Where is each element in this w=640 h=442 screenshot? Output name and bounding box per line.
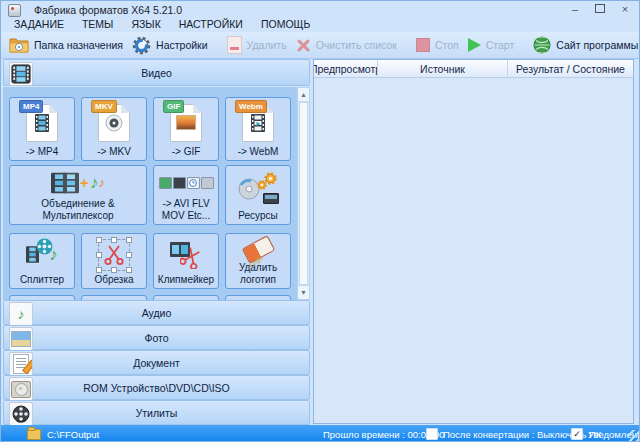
- gif-badge: GIF: [163, 100, 184, 113]
- category-photo-label: Фото: [4, 332, 309, 344]
- gif-photo-thumb: [176, 115, 196, 130]
- mkv-badge: MKV: [91, 100, 117, 113]
- maximize-button[interactable]: [594, 2, 606, 15]
- column-preview[interactable]: Предпросмотр: [314, 60, 378, 78]
- mp4-badge: MP4: [19, 100, 43, 113]
- gear-icon: [132, 36, 151, 55]
- close-button[interactable]: ×: [619, 2, 631, 15]
- toolbar: Папка назначения Настройки Удалить Очист…: [1, 32, 639, 59]
- category-rom-device[interactable]: ROM Устройство\DVD\CD\ISO: [3, 375, 310, 400]
- task-list-header: Предпросмотр Источник Результат / Состоя…: [314, 60, 633, 78]
- resources-button[interactable]: Ресурсы: [225, 165, 291, 225]
- app-window: Фабрика форматов X64 5.21.0 – × ЗАДАНИЕ …: [0, 0, 640, 442]
- convert-webm-button[interactable]: Webm -> WebM: [225, 97, 291, 161]
- music-note-icon: ♪: [49, 245, 58, 265]
- category-utilities-label: Утилиты: [4, 407, 309, 419]
- gif-file-icon: GIF: [170, 104, 202, 142]
- resize-grip[interactable]: [628, 430, 639, 441]
- column-result-state[interactable]: Результат / Состояние: [508, 60, 633, 78]
- app-icon: [8, 4, 21, 17]
- category-audio[interactable]: ♪ Аудио: [3, 300, 310, 325]
- category-audio-label: Аудио: [4, 307, 309, 319]
- eraser-icon: Logo: [241, 235, 275, 264]
- clear-list-button[interactable]: Очистить список: [296, 38, 397, 53]
- webm-file-icon: Webm: [242, 104, 274, 142]
- resources-icon: [227, 168, 289, 210]
- music-note-icon: ♪: [90, 173, 99, 193]
- stop-button[interactable]: Стоп: [416, 38, 459, 52]
- task-list-panel: Предпросмотр Источник Результат / Состоя…: [313, 59, 634, 424]
- clipmaker-label: Клипмейкер: [158, 274, 214, 286]
- convert-mp4-button[interactable]: MP4 -> MP4: [9, 97, 75, 161]
- scissors-icon: [103, 244, 125, 266]
- shutdown-checkbox[interactable]: [426, 428, 438, 440]
- convert-avi-flv-label: -> AVI FLV MOV Etc...: [155, 198, 217, 221]
- convert-mp4-label: -> MP4: [26, 146, 59, 158]
- scroll-up-arrow[interactable]: ▲: [298, 88, 309, 102]
- globe-icon: [533, 36, 551, 54]
- splitter-label: Сплиттер: [20, 274, 64, 286]
- task-list-body[interactable]: [314, 78, 633, 423]
- settings-label: Настройки: [156, 39, 208, 51]
- settings-button[interactable]: Настройки: [132, 36, 208, 55]
- splitter-button[interactable]: ♪ Сплиттер: [9, 233, 75, 289]
- music-note-icon: ♪: [98, 176, 105, 191]
- menu-themes[interactable]: ТЕМЫ: [73, 17, 122, 31]
- stop-icon: [416, 38, 430, 52]
- column-source[interactable]: Источник: [378, 60, 508, 78]
- stop-label: Стоп: [435, 39, 459, 51]
- notifications-checkbox[interactable]: ✓: [571, 428, 583, 440]
- clipmaker-button[interactable]: Клипмейкер: [153, 233, 219, 289]
- category-video[interactable]: Видео: [3, 59, 310, 86]
- minimize-button[interactable]: –: [569, 2, 581, 15]
- category-document-label: Документ: [4, 357, 309, 369]
- grid-scrollbar[interactable]: ▲ ▼: [297, 87, 310, 300]
- multi-format-icons: [159, 177, 214, 189]
- destination-folder-button[interactable]: Папка назначения: [9, 37, 123, 53]
- splitter-icon: ♪: [11, 236, 73, 274]
- convert-mkv-label: -> MKV: [97, 146, 131, 158]
- menu-help[interactable]: ПОМОЩЬ: [252, 17, 319, 31]
- start-icon: [468, 38, 481, 52]
- video-tools-grid: MP4 -> MP4 MKV -> MKV GIF -> GIF Webm: [3, 87, 297, 300]
- mp4-file-icon: MP4: [26, 104, 58, 142]
- clear-list-label: Очистить список: [316, 39, 397, 51]
- delete-button[interactable]: Удалить: [227, 36, 287, 54]
- menu-language[interactable]: ЯЗЫК: [122, 17, 169, 31]
- start-label: Старт: [486, 39, 515, 51]
- category-video-label: Видео: [4, 67, 309, 79]
- webm-badge: Webm: [235, 100, 267, 113]
- mux-join-button[interactable]: + ♪ ♪ Объединение & Мультиплексор: [9, 165, 147, 225]
- menu-bar: ЗАДАНИЕ ТЕМЫ ЯЗЫК НАСТРОЙКИ ПОМОЩЬ: [5, 17, 319, 31]
- folder-icon: [9, 37, 29, 53]
- remove-logo-button[interactable]: Logo Удалить логотип: [225, 233, 291, 289]
- mux-join-label: Объединение & Мультиплексор: [11, 198, 145, 221]
- crop-label: Обрезка: [94, 274, 133, 286]
- category-document[interactable]: Документ: [3, 350, 310, 375]
- menu-task[interactable]: ЗАДАНИЕ: [5, 17, 73, 31]
- convert-gif-button[interactable]: GIF -> GIF: [153, 97, 219, 161]
- remove-logo-label: Удалить логотип: [227, 262, 289, 285]
- category-rom-label: ROM Устройство\DVD\CD\ISO: [4, 382, 309, 394]
- convert-avi-flv-button[interactable]: -> AVI FLV MOV Etc...: [153, 165, 219, 225]
- delete-label: Удалить: [247, 39, 287, 51]
- convert-mkv-button[interactable]: MKV -> MKV: [81, 97, 147, 161]
- plus-icon: +: [80, 174, 89, 191]
- scroll-down-arrow[interactable]: ▼: [298, 285, 309, 299]
- website-button[interactable]: Сайт программы: [533, 36, 638, 54]
- scrollbar-thumb[interactable]: [299, 102, 308, 285]
- title-bar: Фабрика форматов X64 5.21.0 – ×: [1, 1, 639, 17]
- resources-label: Ресурсы: [238, 210, 277, 222]
- window-title: Фабрика форматов X64 5.21.0: [34, 4, 182, 16]
- mkv-file-icon: MKV: [98, 104, 130, 142]
- crop-selection-icon: [98, 239, 130, 271]
- category-photo[interactable]: Фото: [3, 325, 310, 350]
- menu-settings[interactable]: НАСТРОЙКИ: [170, 17, 252, 31]
- crop-button[interactable]: Обрезка: [81, 233, 147, 289]
- destination-folder-label: Папка назначения: [34, 39, 123, 51]
- start-button[interactable]: Старт: [468, 38, 515, 52]
- website-label: Сайт программы: [556, 39, 638, 51]
- category-utilities[interactable]: Утилиты: [3, 400, 310, 425]
- convert-gif-label: -> GIF: [172, 146, 201, 158]
- status-bar: C:\FFOutput Прошло времени : 00:00:00 По…: [1, 425, 640, 442]
